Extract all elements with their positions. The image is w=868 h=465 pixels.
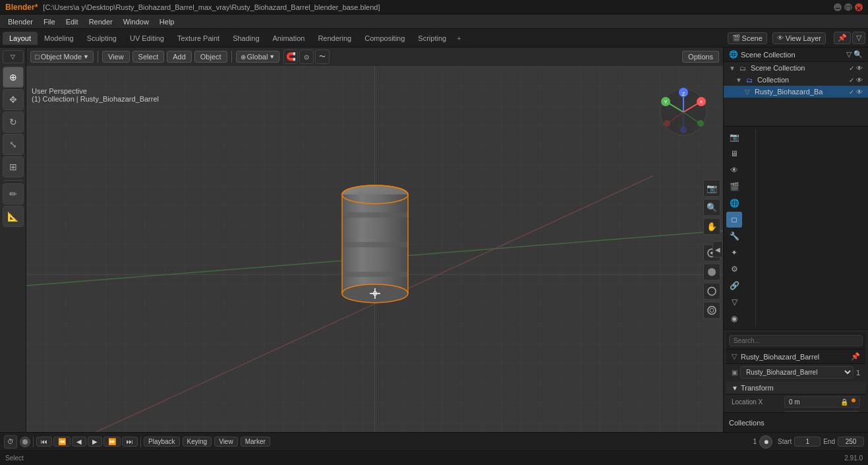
view-menu-button[interactable]: View <box>214 437 238 447</box>
outliner-collection[interactable]: ▼ 🗂 Collection ✓ 👁 <box>724 74 868 86</box>
play-back-button[interactable]: ◀ <box>72 437 86 447</box>
scene-props-icon[interactable]: 🎬 <box>726 179 742 195</box>
particles-props-icon[interactable]: ✦ <box>726 245 742 261</box>
object-check[interactable]: ✓ <box>849 88 854 96</box>
view-props-icon[interactable]: 👁 <box>726 162 742 178</box>
record-button[interactable] <box>20 437 30 447</box>
marker-menu-button[interactable]: Marker <box>241 437 270 447</box>
tab-modeling[interactable]: Modeling <box>38 32 80 45</box>
menu-blender[interactable]: Blender <box>3 16 38 27</box>
viewport-axes-widget[interactable]: Z X Y <box>657 86 710 139</box>
next-keyframe-button[interactable]: ⏩ <box>103 437 121 447</box>
filter-button[interactable]: ▽ <box>852 32 865 44</box>
menu-edit[interactable]: Edit <box>61 16 84 27</box>
tab-scripting[interactable]: Scripting <box>411 32 453 45</box>
collection-check[interactable]: ✓ <box>849 77 854 84</box>
timeline-type-icon[interactable]: ⏱ <box>4 435 17 449</box>
object-mode-selector[interactable]: □ Object Mode ▼ <box>30 51 94 63</box>
menu-help[interactable]: Help <box>154 16 180 27</box>
viewport-shading-material[interactable] <box>703 282 720 299</box>
tab-sculpting[interactable]: Sculpting <box>80 32 123 45</box>
scene-selector[interactable]: 🎬 Scene <box>728 32 767 44</box>
minimize-button[interactable]: − <box>834 3 842 11</box>
physics-props-icon[interactable]: ⚙ <box>726 261 742 277</box>
transform-section-header[interactable]: ▼ Transform <box>726 382 865 394</box>
collapse-panel-button[interactable]: ◀ <box>712 241 723 257</box>
vp-view-menu[interactable]: View <box>102 51 130 63</box>
tab-shading[interactable]: Shading <box>226 32 266 45</box>
play-button[interactable]: ▶ <box>88 437 102 447</box>
props-search-input[interactable] <box>729 335 863 346</box>
outliner-object[interactable]: ▽ Rusty_Biohazard_Ba ✓ 👁 <box>724 86 868 98</box>
scene-collection-check[interactable]: ✓ <box>849 65 854 72</box>
collection-eye[interactable]: 👁 <box>856 77 863 84</box>
measure-tool[interactable]: 📐 <box>3 206 24 227</box>
zoom-view-button[interactable]: 🔍 <box>703 199 720 216</box>
rotate-tool[interactable]: ↻ <box>3 111 24 133</box>
transform-tool[interactable]: ⊞ <box>3 156 24 177</box>
object-eye[interactable]: 👁 <box>856 88 863 96</box>
location-x-field[interactable]: 0 m 🔒 <box>784 396 860 408</box>
playback-menu-button[interactable]: Playback <box>144 437 180 447</box>
transform-orientation-selector[interactable]: ⊕ Global ▼ <box>236 51 280 63</box>
camera-view-button[interactable]: 📷 <box>703 179 720 197</box>
location-x-lock[interactable]: 🔒 <box>840 398 848 406</box>
outliner-filter-button[interactable]: ▽ <box>846 50 852 59</box>
scene-collection-label: Scene Collection <box>751 64 805 72</box>
menu-bar: Blender File Edit Render Window Help <box>0 15 868 29</box>
render-props-icon[interactable]: 📷 <box>726 129 742 145</box>
keying-menu-button[interactable]: Keying <box>183 437 212 447</box>
vp-object-menu[interactable]: Object <box>194 51 227 63</box>
snap-toggle[interactable]: 🧲 <box>283 49 298 64</box>
tab-uv-editing[interactable]: UV Editing <box>123 32 171 45</box>
frame-indicator[interactable]: ⏺ <box>759 435 772 449</box>
output-props-icon[interactable]: 🖥 <box>726 146 742 162</box>
object-props-icon[interactable]: □ <box>726 212 742 228</box>
data-props-icon[interactable]: ▽ <box>726 294 742 310</box>
tab-layout[interactable]: Layout <box>3 32 38 45</box>
annotate-tool[interactable]: ✏ <box>3 183 24 204</box>
end-frame-input[interactable]: 250 <box>838 437 864 447</box>
menu-window[interactable]: Window <box>118 16 154 27</box>
world-props-icon[interactable]: 🌐 <box>726 195 742 211</box>
viewport-3d[interactable]: □ Object Mode ▼ View Select Add Object ⊕… <box>26 47 723 432</box>
mesh-data-selector[interactable]: Rusty_Biohazard_Barrel <box>740 366 854 379</box>
viewport-shading-solid[interactable] <box>703 263 720 280</box>
viewlayer-selector[interactable]: 👁 View Layer <box>772 32 826 44</box>
menu-file[interactable]: File <box>38 16 61 27</box>
scene-collection-eye[interactable]: 👁 <box>856 65 863 72</box>
close-button[interactable]: × <box>855 3 863 11</box>
move-tool[interactable]: ✥ <box>3 89 24 110</box>
pin-object-button[interactable]: 📌 <box>851 352 860 361</box>
tab-texture-paint[interactable]: Texture Paint <box>171 32 226 45</box>
tab-compositing[interactable]: Compositing <box>358 32 411 45</box>
modifier-props-icon[interactable]: 🔧 <box>726 228 742 244</box>
tl-separator-2 <box>140 437 141 447</box>
scale-tool[interactable]: ⤡ <box>3 134 24 155</box>
vp-select-menu[interactable]: Select <box>132 51 165 63</box>
vp-options-menu[interactable]: Options <box>682 51 719 63</box>
outliner-scene-collection[interactable]: ▼ 🗂 Scene Collection ✓ 👁 <box>724 62 868 74</box>
jump-to-end-button[interactable]: ⏭ <box>122 437 138 447</box>
tab-animation[interactable]: Animation <box>266 32 312 45</box>
mode-selector-icon[interactable]: ▽ <box>3 50 24 63</box>
pin-button[interactable]: 📌 <box>834 32 851 44</box>
prev-keyframe-button[interactable]: ⏪ <box>53 437 71 447</box>
proportional-edit[interactable]: ⊙ <box>299 49 314 64</box>
single-user-button[interactable]: 1 <box>856 369 860 377</box>
tab-rendering[interactable]: Rendering <box>311 32 358 45</box>
jump-to-start-button[interactable]: ⏮ <box>36 437 52 447</box>
viewport-shading-rendered[interactable] <box>703 301 720 319</box>
outliner-search-button[interactable]: 🔍 <box>854 50 863 59</box>
maximize-button[interactable]: □ <box>844 3 852 11</box>
material-props-icon[interactable]: ◉ <box>726 311 742 326</box>
menu-render[interactable]: Render <box>84 16 118 27</box>
viewport-canvas[interactable]: User Perspective (1) Collection | Rusty_… <box>26 66 723 432</box>
cursor-tool[interactable]: ⊕ <box>3 67 24 88</box>
proportional-falloff[interactable]: 〜 <box>315 49 330 64</box>
vp-add-menu[interactable]: Add <box>167 51 192 63</box>
add-workspace-button[interactable]: + <box>453 32 465 45</box>
start-frame-input[interactable]: 1 <box>794 437 821 447</box>
constraints-props-icon[interactable]: 🔗 <box>726 278 742 294</box>
pan-view-button[interactable]: ✋ <box>703 218 720 235</box>
